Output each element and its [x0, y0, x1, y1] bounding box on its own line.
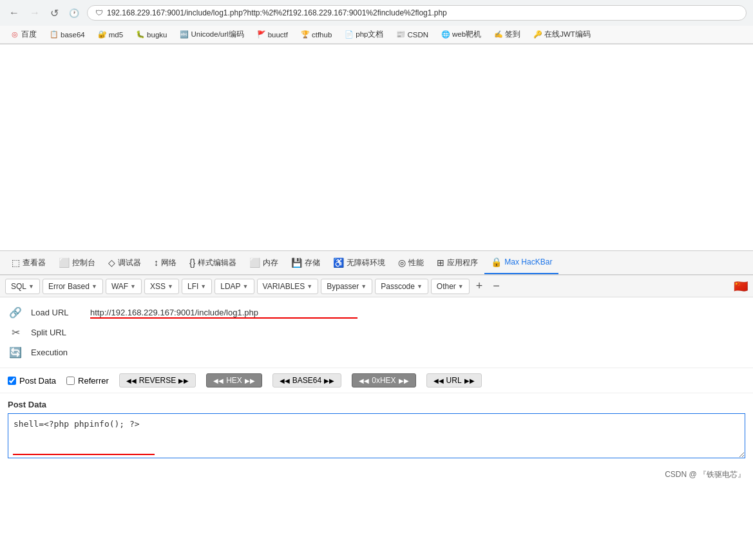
devtools-inspector[interactable]: ⬚ 查看器 [5, 251, 52, 274]
bookmark-phpdoc[interactable]: 📄 php文档 [341, 28, 387, 41]
postdata-section: Post Data shell=<?php phpinfo(); ?> [0, 393, 753, 467]
variables-menu[interactable]: VARIABLES ▼ [257, 279, 319, 294]
csdn-icon: 📰 [396, 30, 405, 39]
xss-menu[interactable]: XSS ▼ [144, 279, 179, 294]
hackbar-panel: SQL ▼ Error Based ▼ WAF ▼ XSS ▼ LFI ▼ LD… [0, 275, 753, 483]
bookmark-baidu[interactable]: ◎ 百度 [6, 28, 41, 41]
base64-icon: 📋 [50, 30, 59, 39]
link-icon[interactable]: 🔗 [8, 306, 23, 319]
md5-icon: 🔐 [98, 30, 107, 39]
bypasser-menu[interactable]: Bypasser ▼ [321, 279, 372, 294]
nav-bar: ← → ↺ 🕐 🛡 192.168.229.167:9001/include/l… [0, 0, 753, 26]
bookmark-signin[interactable]: ✍ 签到 [490, 28, 524, 41]
url-encode-btn[interactable]: ◀◀ URL ▶▶ [426, 373, 482, 387]
baidu-icon: ◎ [10, 30, 19, 39]
reverse-btn[interactable]: ◀◀ REVERSE ▶▶ [119, 373, 196, 387]
back-button[interactable]: ← [6, 6, 22, 20]
bookmark-csdn[interactable]: 📰 CSDN [392, 29, 432, 41]
passcode-arrow: ▼ [417, 283, 423, 290]
reload-button[interactable]: ↺ [48, 6, 61, 21]
devtools-application[interactable]: ⊞ 应用程序 [430, 251, 484, 274]
base64-btn[interactable]: ◀◀ BASE64 ▶▶ [272, 373, 341, 387]
postdata-textarea[interactable]: shell=<?php phpinfo(); ?> [8, 413, 745, 458]
flag-button[interactable]: 🇨🇳 [734, 279, 748, 294]
sql-menu[interactable]: SQL ▼ [5, 279, 40, 294]
devtools-hackbar[interactable]: 🔒 Max HacKBar [484, 251, 558, 274]
unicode-icon: 🔤 [180, 30, 189, 39]
phpdoc-icon: 📄 [345, 30, 354, 39]
signin-icon: ✍ [494, 30, 503, 39]
refresh-icon[interactable]: 🔄 [8, 346, 23, 359]
devtools-network[interactable]: ↕ 网络 [148, 251, 183, 274]
performance-icon: ◎ [398, 257, 406, 268]
csdn-footer: CSDN @ 『铁驱电芯』 [0, 467, 753, 483]
other-menu[interactable]: Other ▼ [431, 279, 470, 294]
bookmark-base64[interactable]: 📋 base64 [46, 29, 89, 41]
devtools-console[interactable]: ⬜ 控制台 [52, 251, 102, 274]
network-icon: ↕ [154, 257, 158, 268]
bypasser-arrow: ▼ [361, 283, 367, 290]
postdata-underline [13, 454, 155, 455]
hackbar-menu: SQL ▼ Error Based ▼ WAF ▼ XSS ▼ LFI ▼ LD… [0, 275, 753, 297]
reverse-left-arrow: ◀◀ [126, 377, 137, 384]
base64-right-arrow: ▶▶ [324, 377, 334, 384]
bookmark-unicode[interactable]: 🔤 Unicode/url编码 [176, 28, 247, 41]
devtools-style[interactable]: {} 样式编辑器 [183, 251, 243, 274]
bookmark-md5[interactable]: 🔐 md5 [94, 29, 127, 41]
debugger-icon: ◇ [108, 257, 115, 268]
waf-menu[interactable]: WAF ▼ [106, 279, 142, 294]
referrer-checkbox[interactable] [66, 377, 75, 385]
add-button[interactable]: + [472, 278, 487, 294]
accessibility-icon: ♿ [333, 257, 344, 268]
address-bar[interactable]: 🛡 192.168.229.167:9001/include/log1.php?… [87, 5, 747, 21]
other-arrow: ▼ [458, 283, 464, 290]
forward-button[interactable]: → [27, 6, 43, 20]
waf-arrow: ▼ [130, 283, 136, 290]
ldap-menu[interactable]: LDAP ▼ [214, 279, 254, 294]
console-icon: ⬜ [59, 257, 70, 268]
execution-label[interactable]: Execution [31, 348, 82, 357]
lfi-menu[interactable]: LFI ▼ [182, 279, 212, 294]
devtools-storage[interactable]: 💾 存储 [285, 251, 327, 274]
load-url-label[interactable]: Load URL [31, 308, 82, 317]
hex-right-arrow: ▶▶ [245, 377, 255, 384]
passcode-menu[interactable]: Passcode ▼ [375, 279, 428, 294]
bookmark-ctfhub[interactable]: 🏆 ctfhub [297, 29, 336, 41]
error-based-menu[interactable]: Error Based ▼ [43, 279, 103, 294]
variables-arrow: ▼ [307, 283, 312, 290]
execution-row: 🔄 Execution [0, 342, 753, 362]
split-url-label[interactable]: Split URL [31, 328, 82, 337]
post-data-checkbox[interactable] [8, 377, 16, 385]
url-left-arrow: ◀◀ [434, 377, 444, 384]
devtools-memory[interactable]: ⬜ 内存 [243, 251, 285, 274]
bookmark-buuctf[interactable]: 🚩 buuctf [253, 29, 292, 41]
bookmark-bugku[interactable]: 🐛 bugku [132, 29, 171, 41]
hex-btn[interactable]: ◀◀ HEX ▶▶ [206, 373, 262, 387]
split-url-row: ✂ Split URL [0, 322, 753, 342]
main-content [0, 44, 753, 250]
scissors-icon[interactable]: ✂ [8, 326, 23, 339]
url-underline [90, 317, 357, 319]
0xhex-btn[interactable]: ◀◀ 0xHEX ▶▶ [352, 373, 415, 387]
ldap-arrow: ▼ [243, 283, 249, 290]
devtools-bar: ⬚ 查看器 ⬜ 控制台 ◇ 调试器 ↕ 网络 {} 样式编辑器 ⬜ 内存 💾 存… [0, 250, 753, 275]
style-icon: {} [189, 257, 195, 268]
bookmark-jwt[interactable]: 🔑 在线JWT编码 [529, 28, 595, 41]
0xhex-left-arrow: ◀◀ [359, 377, 369, 384]
url-value[interactable]: http://192.168.229.167:9001/include/log1… [90, 308, 258, 317]
history-button[interactable]: 🕐 [66, 7, 82, 19]
bookmark-web靶机[interactable]: 🌐 web靶机 [437, 28, 485, 41]
remove-button[interactable]: − [489, 278, 504, 294]
base64-left-arrow: ◀◀ [280, 377, 290, 384]
postdata-label: Post Data [8, 400, 745, 409]
inspector-icon: ⬚ [12, 257, 20, 268]
post-data-checkbox-label[interactable]: Post Data [8, 376, 56, 386]
web-target-icon: 🌐 [441, 30, 450, 39]
memory-icon: ⬜ [249, 257, 260, 268]
referrer-checkbox-label[interactable]: Referrer [66, 376, 109, 386]
error-based-arrow: ▼ [91, 283, 97, 290]
devtools-debugger[interactable]: ◇ 调试器 [102, 251, 148, 274]
postdata-container: shell=<?php phpinfo(); ?> [8, 413, 745, 460]
devtools-performance[interactable]: ◎ 性能 [392, 251, 430, 274]
devtools-accessibility[interactable]: ♿ 无障碍环境 [327, 251, 392, 274]
